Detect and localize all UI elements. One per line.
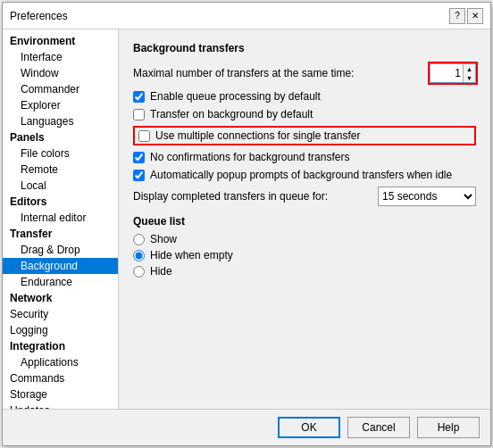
sidebar-item-editors[interactable]: Editors	[3, 194, 118, 210]
checkbox-row-3-highlighted: Use multiple connections for single tran…	[133, 126, 476, 145]
sidebar-item-commander[interactable]: Commander	[3, 81, 118, 97]
sidebar-item-environment[interactable]: Environment	[3, 33, 118, 49]
checkbox-row-1: Enable queue processing by default	[133, 90, 476, 103]
dialog-body: Environment Interface Window Commander E…	[3, 29, 490, 409]
checkbox-auto-popup-label: Automatically popup prompts of backgroun…	[150, 169, 452, 181]
display-completed-row: Display completed transfers in queue for…	[133, 187, 476, 206]
radio-hide-label: Hide	[150, 265, 172, 278]
sidebar-item-local[interactable]: Local	[3, 178, 118, 194]
checkbox-enable-queue[interactable]	[133, 91, 145, 103]
sidebar-item-filecolors[interactable]: File colors	[3, 145, 118, 162]
checkbox-multiple-connections-label: Use multiple connections for single tran…	[155, 129, 360, 142]
sidebar-item-window[interactable]: Window	[3, 65, 118, 81]
checkbox-multiple-connections[interactable]	[138, 130, 150, 142]
help-button-title[interactable]: ?	[449, 8, 465, 24]
spin-container: ▲ ▼	[463, 64, 475, 82]
help-button[interactable]: Help	[417, 417, 480, 438]
radio-row-hide: Hide	[133, 265, 476, 278]
sidebar: Environment Interface Window Commander E…	[3, 29, 119, 409]
sidebar-item-explorer[interactable]: Explorer	[3, 97, 118, 113]
preferences-dialog: Preferences ? ✕ Environment Interface Wi…	[2, 2, 491, 446]
sidebar-item-background[interactable]: Background	[3, 258, 118, 274]
sidebar-item-remote[interactable]: Remote	[3, 162, 118, 178]
checkbox-row-5: Automatically popup prompts of backgroun…	[133, 169, 476, 181]
sidebar-item-draganddrop[interactable]: Drag & Drop	[3, 242, 118, 258]
dialog-footer: OK Cancel Help	[3, 409, 490, 445]
checkbox-no-confirmations-label: No confirmations for background transfer…	[150, 151, 349, 163]
maximal-number-input[interactable]	[430, 64, 463, 82]
maximal-label: Maximal number of transfers at the same …	[133, 67, 430, 79]
radio-hide[interactable]	[133, 266, 145, 278]
checkbox-row-2: Transfer on background by default	[133, 108, 476, 120]
spin-down-button[interactable]: ▼	[464, 73, 475, 82]
section-title: Background transfers	[133, 42, 476, 54]
title-bar-buttons: ? ✕	[449, 8, 483, 24]
spin-up-button[interactable]: ▲	[464, 64, 475, 73]
sidebar-item-transfer[interactable]: Transfer	[3, 226, 118, 242]
checkbox-auto-popup[interactable]	[133, 170, 145, 181]
checkbox-row-4: No confirmations for background transfer…	[133, 151, 476, 163]
checkbox-transfer-background[interactable]	[133, 109, 145, 120]
sidebar-item-integration[interactable]: Integration	[3, 338, 118, 354]
sidebar-item-network[interactable]: Network	[3, 290, 118, 306]
close-button[interactable]: ✕	[467, 8, 483, 24]
display-completed-label: Display completed transfers in queue for…	[133, 190, 378, 203]
main-content: Background transfers Maximal number of t…	[119, 29, 490, 409]
sidebar-item-interface[interactable]: Interface	[3, 49, 118, 65]
radio-row-hide-empty: Hide when empty	[133, 249, 476, 261]
radio-show-label: Show	[150, 233, 177, 245]
queue-section: Queue list Show Hide when empty Hide	[133, 215, 476, 278]
dialog-title: Preferences	[10, 10, 68, 22]
sidebar-item-updates[interactable]: Updates	[3, 402, 118, 409]
radio-row-show: Show	[133, 233, 476, 245]
checkbox-no-confirmations[interactable]	[133, 152, 145, 163]
sidebar-item-languages[interactable]: Languages	[3, 113, 118, 129]
display-completed-select[interactable]: 15 seconds 30 seconds 60 seconds Never	[378, 187, 476, 206]
radio-show[interactable]	[133, 234, 145, 245]
sidebar-item-applications[interactable]: Applications	[3, 354, 118, 370]
cancel-button[interactable]: Cancel	[347, 417, 410, 438]
checkbox-enable-queue-label: Enable queue processing by default	[150, 90, 321, 103]
sidebar-item-security[interactable]: Security	[3, 306, 118, 322]
ok-button[interactable]: OK	[278, 417, 340, 438]
sidebar-item-logging[interactable]: Logging	[3, 322, 118, 338]
sidebar-item-storage[interactable]: Storage	[3, 386, 118, 402]
checkbox-transfer-background-label: Transfer on background by default	[150, 108, 313, 120]
queue-list-title: Queue list	[133, 215, 476, 228]
radio-hide-when-empty[interactable]	[133, 250, 145, 261]
maximal-number-box: ▲ ▼	[430, 63, 476, 83]
sidebar-item-commands[interactable]: Commands	[3, 370, 118, 386]
title-bar: Preferences ? ✕	[3, 3, 490, 29]
sidebar-item-internaleditor[interactable]: Internal editor	[3, 210, 118, 226]
sidebar-item-endurance[interactable]: Endurance	[3, 274, 118, 290]
maximal-row: Maximal number of transfers at the same …	[133, 63, 476, 83]
radio-hide-when-empty-label: Hide when empty	[150, 249, 233, 261]
sidebar-item-panels[interactable]: Panels	[3, 129, 118, 145]
